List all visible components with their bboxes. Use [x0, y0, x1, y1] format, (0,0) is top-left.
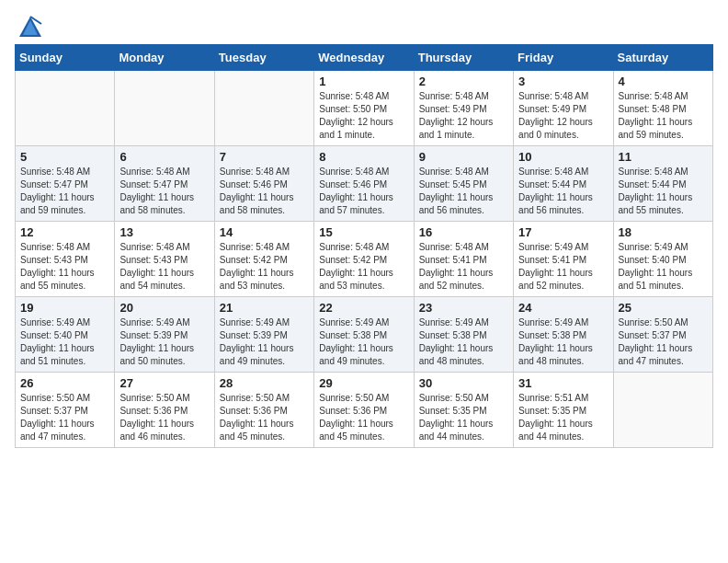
weekday-header-wednesday: Wednesday — [314, 45, 414, 71]
day-info: Sunrise: 5:49 AM Sunset: 5:41 PM Dayligh… — [518, 241, 608, 293]
day-number: 13 — [119, 225, 209, 239]
weekday-header-tuesday: Tuesday — [214, 45, 313, 71]
calendar-cell: 31Sunrise: 5:51 AM Sunset: 5:35 PM Dayli… — [514, 373, 613, 448]
calendar-cell: 28Sunrise: 5:50 AM Sunset: 5:36 PM Dayli… — [214, 373, 313, 448]
calendar-cell: 17Sunrise: 5:49 AM Sunset: 5:41 PM Dayli… — [514, 222, 613, 297]
weekday-header-friday: Friday — [514, 45, 613, 71]
calendar-cell: 30Sunrise: 5:50 AM Sunset: 5:35 PM Dayli… — [414, 373, 513, 448]
calendar-cell: 26Sunrise: 5:50 AM Sunset: 5:37 PM Dayli… — [16, 373, 115, 448]
page-header — [15, 15, 713, 35]
calendar-week-4: 19Sunrise: 5:49 AM Sunset: 5:40 PM Dayli… — [16, 297, 713, 373]
calendar-cell: 8Sunrise: 5:48 AM Sunset: 5:46 PM Daylig… — [314, 146, 414, 222]
day-number: 24 — [518, 301, 608, 315]
calendar-cell: 24Sunrise: 5:49 AM Sunset: 5:38 PM Dayli… — [514, 297, 613, 373]
day-number: 9 — [419, 150, 508, 164]
day-info: Sunrise: 5:48 AM Sunset: 5:44 PM Dayligh… — [619, 166, 708, 217]
day-number: 3 — [518, 75, 608, 88]
day-number: 25 — [619, 301, 708, 315]
day-number: 16 — [419, 225, 508, 239]
calendar-cell: 14Sunrise: 5:48 AM Sunset: 5:42 PM Dayli… — [214, 222, 313, 297]
day-number: 2 — [419, 75, 508, 88]
calendar-cell — [214, 71, 313, 146]
day-info: Sunrise: 5:48 AM Sunset: 5:43 PM Dayligh… — [20, 241, 109, 293]
day-info: Sunrise: 5:49 AM Sunset: 5:38 PM Dayligh… — [518, 316, 608, 368]
calendar-cell: 12Sunrise: 5:48 AM Sunset: 5:43 PM Dayli… — [16, 222, 115, 297]
weekday-header-monday: Monday — [115, 45, 214, 71]
calendar-cell: 5Sunrise: 5:48 AM Sunset: 5:47 PM Daylig… — [16, 146, 115, 222]
day-number: 7 — [220, 150, 309, 164]
day-number: 12 — [20, 225, 109, 239]
day-info: Sunrise: 5:50 AM Sunset: 5:36 PM Dayligh… — [319, 392, 408, 443]
day-number: 11 — [619, 150, 708, 164]
logo — [15, 15, 43, 35]
calendar-cell — [16, 71, 115, 146]
day-info: Sunrise: 5:48 AM Sunset: 5:46 PM Dayligh… — [220, 166, 309, 217]
calendar-cell: 11Sunrise: 5:48 AM Sunset: 5:44 PM Dayli… — [613, 146, 712, 222]
calendar-cell: 9Sunrise: 5:48 AM Sunset: 5:45 PM Daylig… — [414, 146, 513, 222]
calendar-cell: 18Sunrise: 5:49 AM Sunset: 5:40 PM Dayli… — [613, 222, 712, 297]
day-info: Sunrise: 5:49 AM Sunset: 5:38 PM Dayligh… — [419, 316, 508, 368]
day-info: Sunrise: 5:49 AM Sunset: 5:39 PM Dayligh… — [119, 316, 209, 368]
day-info: Sunrise: 5:48 AM Sunset: 5:42 PM Dayligh… — [319, 241, 408, 293]
day-info: Sunrise: 5:48 AM Sunset: 5:42 PM Dayligh… — [220, 241, 309, 293]
calendar-cell: 29Sunrise: 5:50 AM Sunset: 5:36 PM Dayli… — [314, 373, 414, 448]
calendar-week-1: 1Sunrise: 5:48 AM Sunset: 5:50 PM Daylig… — [16, 71, 713, 146]
day-info: Sunrise: 5:50 AM Sunset: 5:36 PM Dayligh… — [220, 392, 309, 443]
day-info: Sunrise: 5:49 AM Sunset: 5:38 PM Dayligh… — [319, 316, 408, 368]
day-info: Sunrise: 5:48 AM Sunset: 5:49 PM Dayligh… — [419, 90, 508, 142]
day-info: Sunrise: 5:48 AM Sunset: 5:46 PM Dayligh… — [319, 166, 408, 217]
day-info: Sunrise: 5:49 AM Sunset: 5:40 PM Dayligh… — [20, 316, 109, 368]
day-number: 27 — [119, 376, 209, 390]
day-number: 28 — [220, 376, 309, 390]
calendar-cell — [613, 373, 712, 448]
day-number: 8 — [319, 150, 408, 164]
calendar-table: SundayMondayTuesdayWednesdayThursdayFrid… — [15, 44, 713, 448]
day-number: 14 — [220, 225, 309, 239]
day-info: Sunrise: 5:50 AM Sunset: 5:36 PM Dayligh… — [119, 392, 209, 443]
weekday-header-sunday: Sunday — [16, 45, 115, 71]
calendar-cell: 23Sunrise: 5:49 AM Sunset: 5:38 PM Dayli… — [414, 297, 513, 373]
day-info: Sunrise: 5:48 AM Sunset: 5:48 PM Dayligh… — [619, 90, 708, 142]
day-number: 5 — [20, 150, 109, 164]
calendar-cell: 2Sunrise: 5:48 AM Sunset: 5:49 PM Daylig… — [414, 71, 513, 146]
calendar-cell: 6Sunrise: 5:48 AM Sunset: 5:47 PM Daylig… — [115, 146, 214, 222]
day-info: Sunrise: 5:48 AM Sunset: 5:50 PM Dayligh… — [319, 90, 408, 142]
day-number: 19 — [20, 301, 109, 315]
calendar-cell: 27Sunrise: 5:50 AM Sunset: 5:36 PM Dayli… — [115, 373, 214, 448]
day-info: Sunrise: 5:48 AM Sunset: 5:45 PM Dayligh… — [419, 166, 508, 217]
calendar-cell: 13Sunrise: 5:48 AM Sunset: 5:43 PM Dayli… — [115, 222, 214, 297]
day-number: 4 — [619, 75, 708, 88]
day-number: 18 — [619, 225, 708, 239]
day-number: 22 — [319, 301, 408, 315]
calendar-cell: 1Sunrise: 5:48 AM Sunset: 5:50 PM Daylig… — [314, 71, 414, 146]
day-number: 23 — [419, 301, 508, 315]
calendar-cell: 22Sunrise: 5:49 AM Sunset: 5:38 PM Dayli… — [314, 297, 414, 373]
calendar-cell — [115, 71, 214, 146]
calendar-cell: 25Sunrise: 5:50 AM Sunset: 5:37 PM Dayli… — [613, 297, 712, 373]
day-number: 21 — [220, 301, 309, 315]
day-number: 1 — [319, 75, 408, 88]
day-info: Sunrise: 5:49 AM Sunset: 5:40 PM Dayligh… — [619, 241, 708, 293]
calendar-cell: 3Sunrise: 5:48 AM Sunset: 5:49 PM Daylig… — [514, 71, 613, 146]
calendar-cell: 7Sunrise: 5:48 AM Sunset: 5:46 PM Daylig… — [214, 146, 313, 222]
day-number: 20 — [119, 301, 209, 315]
day-info: Sunrise: 5:48 AM Sunset: 5:49 PM Dayligh… — [518, 90, 608, 142]
calendar-cell: 4Sunrise: 5:48 AM Sunset: 5:48 PM Daylig… — [613, 71, 712, 146]
calendar-cell: 15Sunrise: 5:48 AM Sunset: 5:42 PM Dayli… — [314, 222, 414, 297]
day-number: 17 — [518, 225, 608, 239]
day-number: 30 — [419, 376, 508, 390]
weekday-header-row: SundayMondayTuesdayWednesdayThursdayFrid… — [16, 45, 713, 71]
logo-icon — [17, 15, 43, 40]
calendar-cell: 19Sunrise: 5:49 AM Sunset: 5:40 PM Dayli… — [16, 297, 115, 373]
calendar-cell: 21Sunrise: 5:49 AM Sunset: 5:39 PM Dayli… — [214, 297, 313, 373]
day-info: Sunrise: 5:50 AM Sunset: 5:35 PM Dayligh… — [419, 392, 508, 443]
day-info: Sunrise: 5:48 AM Sunset: 5:44 PM Dayligh… — [518, 166, 608, 217]
day-number: 31 — [518, 376, 608, 390]
day-info: Sunrise: 5:48 AM Sunset: 5:41 PM Dayligh… — [419, 241, 508, 293]
day-number: 10 — [518, 150, 608, 164]
day-info: Sunrise: 5:50 AM Sunset: 5:37 PM Dayligh… — [619, 316, 708, 368]
calendar-cell: 16Sunrise: 5:48 AM Sunset: 5:41 PM Dayli… — [414, 222, 513, 297]
weekday-header-saturday: Saturday — [613, 45, 712, 71]
calendar-week-5: 26Sunrise: 5:50 AM Sunset: 5:37 PM Dayli… — [16, 373, 713, 448]
day-info: Sunrise: 5:49 AM Sunset: 5:39 PM Dayligh… — [220, 316, 309, 368]
